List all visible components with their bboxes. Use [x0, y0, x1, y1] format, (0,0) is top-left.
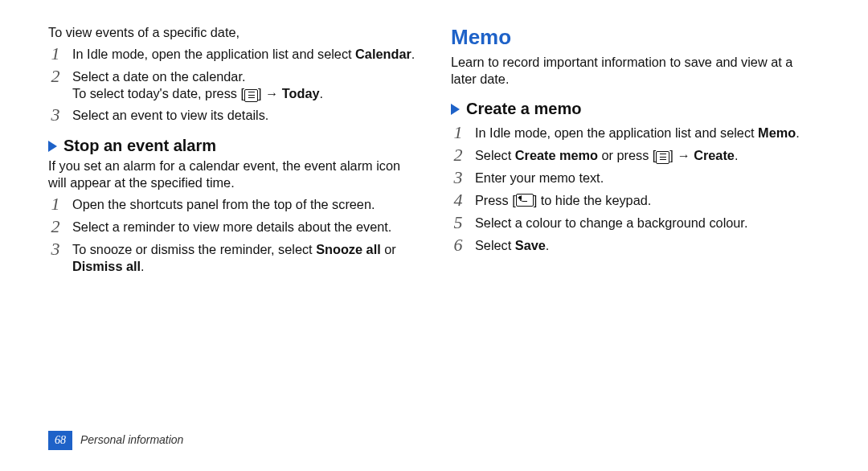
step-number: 2 [451, 146, 465, 164]
step: 3 To snooze or dismiss the reminder, sel… [48, 241, 417, 275]
step-body: Select Create memo or press [☰] → Create… [475, 147, 820, 164]
step-body: In Idle mode, open the application list … [475, 125, 820, 141]
step-body: In Idle mode, open the application list … [72, 46, 417, 63]
step-number: 6 [451, 236, 465, 254]
step-number: 1 [48, 45, 63, 63]
page-number: 68 [48, 431, 72, 450]
step-body: Select a colour to change a background c… [475, 215, 820, 231]
section-name: Personal information [80, 433, 183, 448]
step-number: 1 [48, 195, 63, 213]
step-number: 3 [48, 106, 63, 124]
step: 3 Select an event to view its details. [48, 107, 417, 125]
stop-alarm-steps: 1 Open the shortcuts panel from the top … [48, 196, 417, 275]
chevron-right-icon [451, 104, 460, 115]
step-body: Select a date on the calendar. To select… [72, 68, 417, 102]
step: 1 In Idle mode, open the application lis… [451, 125, 820, 142]
step: 6 Select Save. [451, 237, 820, 255]
step-number: 3 [48, 240, 63, 258]
menu-icon: ☰ [244, 89, 258, 102]
right-column: Memo Learn to record important informati… [451, 24, 820, 280]
subheading-stop-alarm: Stop an event alarm [48, 136, 417, 157]
left-column: To view events of a specific date, 1 In … [48, 24, 417, 280]
menu-icon: ☰ [656, 151, 669, 164]
stop-alarm-desc: If you set an alarm for a calendar event… [48, 158, 417, 191]
step-number: 2 [48, 68, 63, 85]
subheading-create-memo: Create a memo [451, 99, 820, 120]
step: 1 Open the shortcuts panel from the top … [48, 196, 417, 214]
view-event-steps: 1 In Idle mode, open the application lis… [48, 46, 417, 125]
step: 5 Select a colour to change a background… [451, 215, 820, 232]
step-body: Open the shortcuts panel from the top of… [72, 196, 417, 213]
step-body: Enter your memo text. [475, 170, 820, 186]
step: 4 Press [] to hide the keypad. [451, 192, 820, 210]
step-body: Select an event to view its details. [72, 107, 417, 124]
create-memo-steps: 1 In Idle mode, open the application lis… [451, 125, 820, 255]
step: 1 In Idle mode, open the application lis… [48, 46, 417, 63]
step-number: 3 [451, 169, 465, 186]
step-number: 4 [451, 191, 465, 209]
page-footer: 68 Personal information [48, 431, 183, 450]
step-body: Select a reminder to view more details a… [72, 219, 417, 236]
step-body: To snooze or dismiss the reminder, selec… [72, 241, 417, 275]
step-number: 2 [48, 218, 63, 236]
step: 2 Select a reminder to view more details… [48, 219, 417, 236]
step-number: 5 [451, 214, 465, 231]
step: 3 Enter your memo text. [451, 170, 820, 187]
back-icon [516, 194, 534, 207]
chevron-right-icon [48, 141, 57, 152]
step: 2 Select a date on the calendar. To sele… [48, 68, 417, 102]
step-number: 1 [451, 124, 465, 141]
step: 2 Select Create memo or press [☰] → Crea… [451, 147, 820, 165]
intro-text: To view events of a specific date, [48, 24, 417, 41]
memo-desc: Learn to record important information to… [451, 54, 820, 88]
manual-page: To view events of a specific date, 1 In … [0, 0, 868, 471]
columns: To view events of a specific date, 1 In … [48, 24, 820, 280]
heading-memo: Memo [451, 24, 820, 51]
step-body: Press [] to hide the keypad. [475, 192, 820, 209]
step-body: Select Save. [475, 237, 820, 254]
